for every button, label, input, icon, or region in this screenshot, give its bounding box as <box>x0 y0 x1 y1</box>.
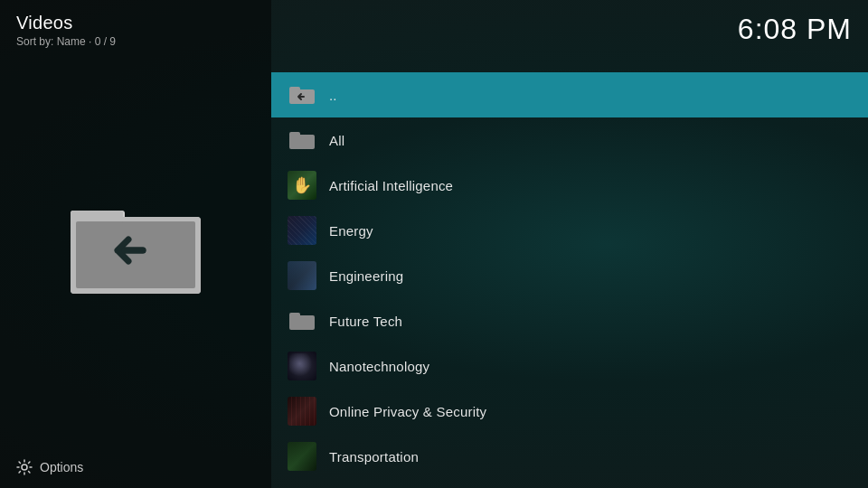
section-title: Videos <box>16 13 255 33</box>
left-panel: Videos Sort by: Name · 0 / 9 <box>0 0 271 488</box>
list-item[interactable]: Transportation <box>271 434 868 479</box>
item-label: Engineering <box>329 268 403 284</box>
svg-rect-11 <box>289 313 300 318</box>
engineering-thumb <box>288 261 316 290</box>
list-item[interactable]: Online Privacy & Security <box>271 389 868 434</box>
svg-point-5 <box>22 465 27 470</box>
back-folder-icon <box>288 80 316 109</box>
folder-icon-area <box>0 53 271 488</box>
energy-thumb <box>288 216 316 245</box>
options-icon <box>16 459 33 475</box>
list-item[interactable]: All <box>271 117 868 163</box>
item-label: Transportation <box>329 449 419 465</box>
transportation-thumb <box>288 442 316 471</box>
large-folder-icon <box>63 185 208 303</box>
ai-thumb <box>288 171 316 200</box>
list-item[interactable]: Future Tech <box>271 298 868 343</box>
folder-icon <box>288 126 316 155</box>
sort-info: Sort by: Name · 0 / 9 <box>16 35 255 48</box>
svg-rect-4 <box>76 221 195 288</box>
item-label: Nanotechnology <box>329 359 429 374</box>
list-item[interactable]: Artificial Intelligence <box>271 163 868 208</box>
options-label: Options <box>40 460 83 474</box>
item-label: All <box>329 133 344 148</box>
clock: 6:08 PM <box>738 13 852 46</box>
left-header: Videos Sort by: Name · 0 / 9 <box>0 0 271 53</box>
right-panel: 6:08 PM .. <box>271 0 868 488</box>
svg-rect-3 <box>71 211 123 223</box>
nanotech-thumb <box>288 352 316 380</box>
future-tech-folder-icon <box>288 306 316 335</box>
item-label: Artificial Intelligence <box>329 178 453 193</box>
list-item[interactable]: .. <box>271 72 868 117</box>
item-label: Energy <box>329 223 373 239</box>
item-label: .. <box>329 88 337 103</box>
list-item[interactable]: Energy <box>271 208 868 253</box>
privacy-thumb <box>288 397 316 426</box>
svg-rect-7 <box>289 87 300 92</box>
svg-rect-9 <box>289 132 300 137</box>
list-item[interactable]: Engineering <box>271 253 868 298</box>
list-item[interactable]: Urban Tech <box>271 479 868 488</box>
item-label: Online Privacy & Security <box>329 404 486 419</box>
category-list: .. All Artificial Intelligence <box>271 72 868 488</box>
item-label: Future Tech <box>329 314 402 329</box>
list-item[interactable]: Nanotechnology <box>271 343 868 389</box>
options-button[interactable]: Options <box>0 446 271 488</box>
